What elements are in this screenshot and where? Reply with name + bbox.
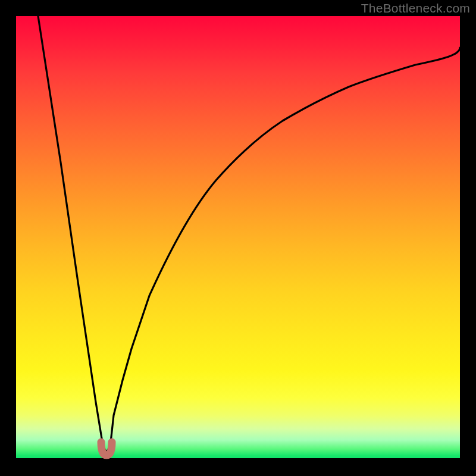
bottleneck-curve [38,16,460,451]
plot-area [16,16,460,460]
minimum-marker [101,442,112,455]
chart-frame: TheBottleneck.com [0,0,476,476]
curve-layer [16,16,460,460]
watermark-text: TheBottleneck.com [361,1,470,15]
